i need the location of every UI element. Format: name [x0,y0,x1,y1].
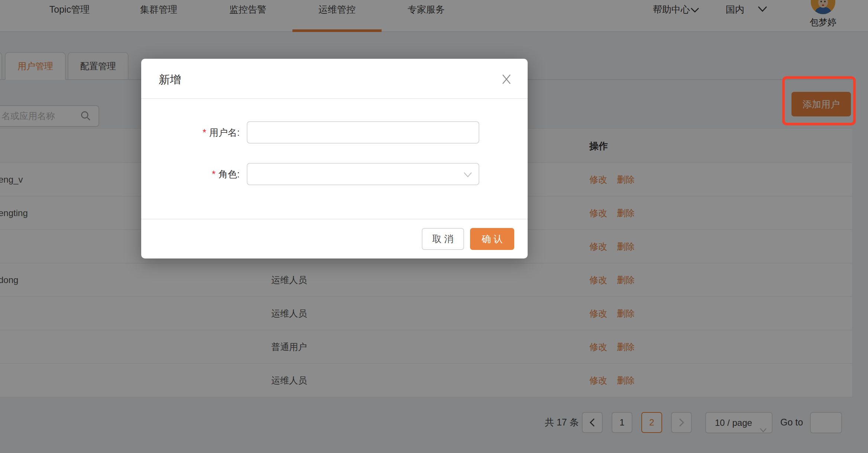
add-user-dialog: 新增 *用户名: *角色: 取 消 确 认 [141,59,528,258]
required-asterisk: * [203,127,206,138]
username-field-label: *用户名: [203,121,240,144]
role-field-label: *角色: [212,163,240,185]
close-icon[interactable] [500,73,513,86]
app-window: Topic管理 集群管理 监控告警 运维管控 专家服务 帮助中心 国内 包梦婷 [0,0,868,453]
dialog-header-divider [141,98,528,99]
required-asterisk: * [212,169,216,179]
dialog-footer-divider [141,219,528,219]
dialog-title: 新增 [159,72,181,87]
confirm-button[interactable]: 确 认 [470,228,514,250]
cancel-button[interactable]: 取 消 [422,228,464,250]
chevron-down-icon [463,171,473,180]
username-field[interactable] [247,121,479,144]
role-select[interactable] [247,163,479,185]
